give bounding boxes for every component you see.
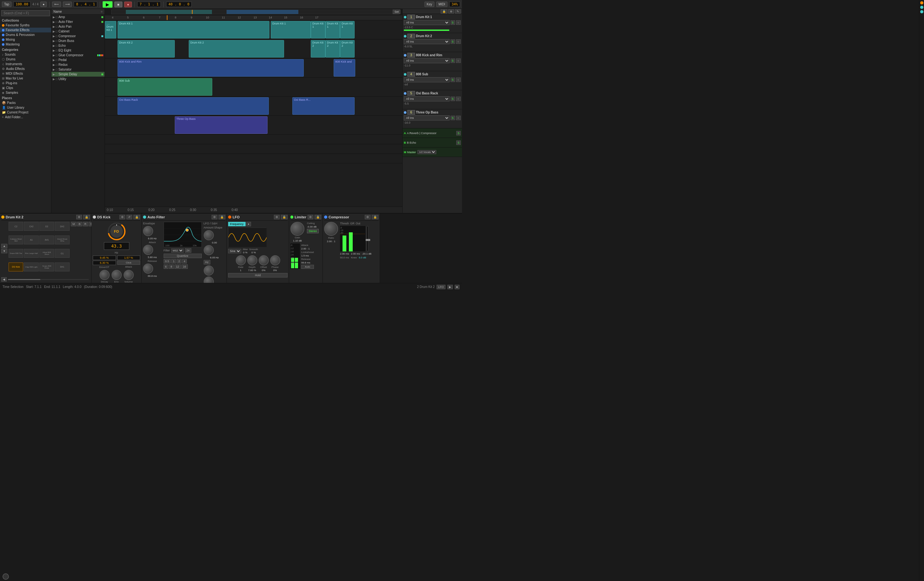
pad-d2[interactable]: D2 xyxy=(40,222,54,231)
track3-number[interactable]: 3 xyxy=(408,53,415,58)
pad-a1[interactable]: A1 xyxy=(24,236,39,244)
clip-3op-1[interactable]: Three Op Bass xyxy=(175,116,267,134)
lfo-wave-select[interactable]: Sine xyxy=(228,249,241,253)
track-lane-4[interactable]: 808 Sub xyxy=(105,78,402,96)
ds-kick-reset[interactable]: ↺ xyxy=(127,215,132,219)
sidebar-item-midi-effects[interactable]: ≋ MIDI Effects xyxy=(0,71,51,76)
pad-ds2[interactable]: D#2 xyxy=(54,222,69,231)
track-lane-2[interactable]: Drum Kit 2 Drum Kit 2 Drum Kit 2 Drum Ki… xyxy=(105,40,402,58)
phase-knob[interactable] xyxy=(270,255,280,266)
pad-rim[interactable]: Rim Large Hall xyxy=(24,249,39,258)
auto-filter-settings[interactable]: ⚙ xyxy=(211,215,217,219)
sidebar-item-max-for-live[interactable]: ⊞ Max for Live xyxy=(0,76,51,81)
sidebar-item-drums[interactable]: ⬡ Drums xyxy=(0,57,51,62)
loop-back-button[interactable]: ⟵ xyxy=(52,2,61,7)
track1-number[interactable]: 1 xyxy=(408,15,415,20)
compressor-lock[interactable]: 🔒 xyxy=(372,215,378,219)
volume-knob[interactable] xyxy=(124,270,134,280)
clip-dk2-4[interactable]: Drum Kit 2 xyxy=(325,40,340,58)
track6-number[interactable]: 6 xyxy=(408,110,415,115)
fb-item-simple-delay[interactable]: ▶ □ Simple Delay xyxy=(51,72,104,77)
env-value[interactable]: 6.30 % xyxy=(93,261,116,265)
zoom-button[interactable]: ⊕ xyxy=(448,9,454,14)
stereo-button[interactable]: Stereo xyxy=(307,229,319,233)
arrangement-overview[interactable]: Set xyxy=(105,9,402,15)
metro-button[interactable]: ● xyxy=(40,2,47,7)
click-button[interactable]: Click xyxy=(117,261,140,265)
track-lane-return-b[interactable] xyxy=(105,144,402,154)
track2-s-button[interactable]: S xyxy=(450,40,455,44)
fb-item-cabinet[interactable]: ▶ □ Cabinet xyxy=(51,29,104,34)
rate-knob[interactable] xyxy=(236,255,246,266)
track5-input-select[interactable]: All Ins xyxy=(404,96,450,101)
fb-item-glue-compressor[interactable]: ▶ □ Glue Compressor xyxy=(51,53,104,58)
track6-s-button[interactable]: S xyxy=(450,116,455,120)
limiter-dot[interactable] xyxy=(290,216,293,219)
comp-main-knob[interactable] xyxy=(324,222,338,236)
beat-6[interactable]: 6 xyxy=(163,264,168,269)
beat-12[interactable]: 12 xyxy=(175,264,181,269)
sidebar-item-favourite-effects[interactable]: Favourite Effects xyxy=(0,28,51,32)
pad-clap[interactable]: Clap 808 Light xyxy=(24,262,39,271)
lfo-settings[interactable]: ⚙ xyxy=(274,215,280,219)
clip-dk1-3[interactable]: Drum Kit 1 xyxy=(311,21,325,38)
track2-mute-button[interactable]: ○ xyxy=(456,40,461,44)
track-lane-5[interactable]: Oxi Bass Rack Oxi Bass R... xyxy=(105,97,402,116)
collapse-icon[interactable]: ≡ xyxy=(101,10,102,13)
sidebar-item-current-project[interactable]: 📁 Current Project xyxy=(0,110,51,115)
stop-button[interactable]: ■ xyxy=(114,2,122,7)
track4-input-select[interactable]: All Ins xyxy=(404,77,450,83)
ds-kick-settings[interactable]: ⚙ xyxy=(119,215,125,219)
track1-input-select[interactable]: All Ins xyxy=(404,20,450,25)
record-button[interactable]: ● xyxy=(124,2,132,7)
midi-button[interactable]: MIDI xyxy=(436,2,447,7)
auto-filter-dot[interactable] xyxy=(143,216,146,219)
lfo-rate-tab[interactable]: ● xyxy=(246,222,251,226)
track2-number[interactable]: 2 xyxy=(408,34,415,38)
drum-kit2-power-dot[interactable] xyxy=(1,216,5,219)
clip-sub-1[interactable]: 808 Sub xyxy=(117,78,212,96)
filter-curve-svg[interactable]: 100 1k 10k xyxy=(163,222,202,247)
fb-item-compressor[interactable]: ▶ □ Compressor xyxy=(51,34,104,38)
lfo-phase-knob[interactable] xyxy=(204,266,214,276)
beat-1[interactable]: 1 xyxy=(171,259,176,264)
track5-s-button[interactable]: S xyxy=(450,97,455,101)
zoom-display[interactable]: 34% xyxy=(449,2,460,7)
quantize-button[interactable]: Quantize xyxy=(163,254,202,258)
env-freq-knob[interactable] xyxy=(143,226,153,236)
sidebar-item-mixing[interactable]: Mixing xyxy=(0,37,51,42)
pad-snare808[interactable]: Snare 808 Tite xyxy=(8,249,23,258)
clip-dk1-5[interactable]: Drum Kit 1 xyxy=(340,21,355,38)
fb-item-utility[interactable]: ▶ □ Utility xyxy=(51,77,104,81)
status-lfo-button[interactable]: LFO xyxy=(437,285,446,289)
play-button[interactable]: ▶ xyxy=(102,1,112,8)
comp-fader[interactable] xyxy=(367,226,369,251)
clip-oxi-2[interactable]: Oxi Bass R... xyxy=(292,97,355,115)
fb-item-auto-filter[interactable]: ▶ □ Auto Filter xyxy=(51,20,104,24)
gain-knob[interactable] xyxy=(290,222,304,236)
drum-kit2-up[interactable]: ▲ xyxy=(1,244,7,248)
sidebar-item-audio-effects[interactable]: ⚙ Audio Effects xyxy=(0,66,51,71)
filter-type-select[interactable]: MS2 LP xyxy=(171,249,184,253)
loop-start-display[interactable]: 7 . 1 . 1 xyxy=(137,2,161,7)
drum-kit2-lock[interactable]: 🔒 xyxy=(83,215,90,219)
lfo-power-dot[interactable] xyxy=(228,216,231,219)
ds-kick-dot[interactable] xyxy=(93,216,96,219)
sidebar-item-add-folder[interactable]: + Add Folder... xyxy=(0,115,51,119)
pad-vocal[interactable]: Vocal Shout Wha xyxy=(54,236,69,244)
pad-snare-deep[interactable]: Snare 808 Deep xyxy=(40,262,54,271)
track4-number[interactable]: 4 xyxy=(408,72,415,77)
clip-808-2[interactable]: 808 Kick and xyxy=(333,59,355,77)
track-lane-master[interactable] xyxy=(105,154,402,163)
env-release-knob[interactable] xyxy=(143,264,153,274)
clip-dk1-main[interactable]: Drum Kit 1 xyxy=(117,21,269,38)
pad-g1[interactable]: G1 xyxy=(54,249,69,258)
lfo-rate-knob[interactable] xyxy=(204,245,214,255)
depth-knob[interactable] xyxy=(247,255,257,266)
compressor-settings[interactable]: ⚙ xyxy=(365,215,371,219)
fb-item-eq-eight[interactable]: ▶ □ EQ Eight xyxy=(51,48,104,53)
auto-filter-lock[interactable]: 🔒 xyxy=(219,215,225,219)
sidebar-item-samples[interactable]: ◈ Samples xyxy=(0,90,51,95)
return-a-s[interactable]: S xyxy=(456,131,461,135)
pad-ds1[interactable]: D#1 xyxy=(54,262,69,271)
